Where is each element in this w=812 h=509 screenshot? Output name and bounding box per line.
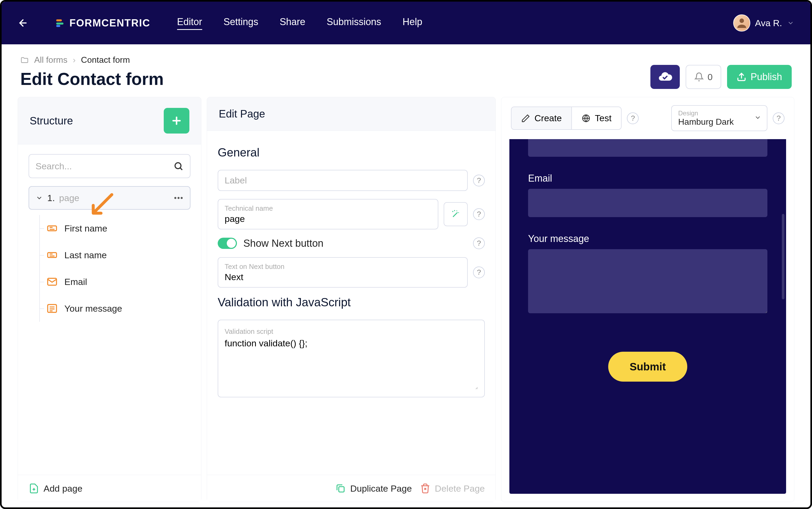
svg-rect-1 [56, 23, 64, 25]
design-value: Hamburg Dark [678, 117, 760, 127]
section-general: General [218, 146, 485, 159]
breadcrumb: All forms › Contact form [20, 55, 164, 65]
header-actions: 0 Publish [650, 65, 792, 89]
svg-rect-9 [339, 486, 344, 492]
nav-submissions[interactable]: Submissions [327, 16, 381, 30]
folder-icon [20, 56, 29, 64]
techname-input-wrapper: Technical name [218, 199, 438, 229]
label-input-wrapper [218, 170, 468, 191]
publish-button[interactable]: Publish [727, 65, 792, 89]
page-options-button[interactable]: ••• [174, 194, 183, 202]
preview-message-input[interactable] [528, 249, 767, 313]
help-icon[interactable]: ? [473, 175, 485, 186]
svg-point-3 [739, 19, 744, 23]
bell-icon [694, 72, 704, 82]
cloud-check-icon [657, 69, 673, 84]
mode-test[interactable]: Test [571, 107, 621, 129]
mode-create[interactable]: Create [511, 107, 571, 129]
field-label: Last name [64, 250, 107, 260]
delete-page-button: Delete Page [420, 483, 485, 494]
help-icon[interactable]: ? [773, 112, 784, 124]
label-input[interactable] [225, 175, 461, 185]
show-next-toggle[interactable] [218, 238, 237, 249]
preview-email-input[interactable] [528, 189, 767, 217]
test-label: Test [595, 113, 611, 123]
main-nav: Editor Settings Share Submissions Help [177, 16, 422, 30]
preview-email-label: Email [528, 173, 767, 184]
svg-rect-6 [48, 252, 57, 258]
help-icon[interactable]: ? [473, 237, 485, 249]
tree-field-email[interactable]: Email [45, 268, 191, 295]
save-status-button[interactable] [650, 65, 680, 89]
magic-wand-icon [450, 209, 461, 219]
duplicate-icon [335, 483, 346, 494]
pencil-icon [521, 114, 530, 123]
techname-label: Technical name [225, 204, 431, 212]
structure-title: Structure [30, 115, 73, 127]
back-button[interactable] [18, 18, 28, 28]
help-icon[interactable]: ? [627, 112, 639, 124]
search-input[interactable] [29, 154, 191, 178]
preview-canvas: Email Your message Submit [509, 139, 786, 494]
nav-share[interactable]: Share [280, 16, 305, 30]
page-number: 1. [47, 193, 55, 203]
notifications-button[interactable]: 0 [686, 65, 721, 89]
page-title: Edit Contact form [20, 69, 164, 89]
script-input-wrapper: Validation script [218, 320, 485, 397]
text-field-icon [45, 222, 59, 235]
techname-input[interactable] [225, 214, 431, 224]
nav-help[interactable]: Help [403, 16, 422, 30]
preview-submit-button[interactable]: Submit [608, 352, 687, 382]
duplicate-label: Duplicate Page [350, 483, 412, 494]
brand-logo[interactable]: FORMCENTRIC [55, 18, 150, 29]
tree-field-lastname[interactable]: Last name [45, 242, 191, 268]
nav-editor[interactable]: Editor [177, 16, 202, 30]
svg-point-4 [175, 163, 181, 169]
page-name: page [59, 193, 79, 203]
breadcrumb-separator: › [73, 55, 76, 65]
upload-icon [737, 72, 746, 82]
next-text-label: Text on Next button [225, 263, 461, 271]
preview-message-label: Your message [528, 233, 767, 244]
logo-icon [55, 18, 65, 28]
text-field-icon [45, 248, 59, 262]
breadcrumb-root[interactable]: All forms [34, 55, 67, 65]
design-select[interactable]: Design Hamburg Dark [671, 105, 767, 131]
delete-label: Delete Page [435, 483, 485, 494]
section-validation: Validation with JavaScript [218, 296, 485, 309]
next-text-input[interactable] [225, 272, 461, 282]
tree-field-message[interactable]: Your message [45, 295, 191, 322]
textarea-field-icon [45, 302, 59, 315]
add-page-button[interactable]: Add page [29, 483, 82, 494]
field-label: Email [64, 277, 87, 287]
top-navigation: FORMCENTRIC Editor Settings Share Submis… [2, 2, 810, 44]
search-icon [173, 161, 183, 171]
brand-name: FORMCENTRIC [69, 18, 150, 29]
avatar [733, 14, 750, 32]
delete-icon [420, 483, 431, 494]
script-label: Validation script [225, 328, 273, 335]
svg-rect-5 [48, 226, 57, 231]
chevron-down-icon [754, 114, 762, 121]
user-name: Ava R. [755, 18, 782, 28]
validation-script-input[interactable] [225, 336, 478, 389]
add-page-label: Add page [43, 483, 82, 494]
add-element-button[interactable] [164, 108, 190, 134]
notification-count: 0 [708, 72, 713, 82]
duplicate-page-button[interactable]: Duplicate Page [335, 483, 412, 494]
help-icon[interactable]: ? [473, 208, 485, 220]
preview-lastname-input[interactable] [528, 139, 767, 157]
chevron-down-icon [787, 19, 794, 27]
scrollbar[interactable] [782, 214, 784, 299]
tree-page-node[interactable]: 1. page ••• [29, 186, 191, 210]
email-field-icon [45, 275, 59, 289]
globe-icon [581, 114, 590, 123]
edit-panel: Edit Page General ? Technical name [207, 97, 496, 502]
generate-name-button[interactable] [444, 202, 468, 226]
add-page-icon [29, 483, 39, 494]
tree-field-firstname[interactable]: First name [45, 215, 191, 242]
help-icon[interactable]: ? [473, 267, 485, 278]
field-label: Your message [64, 303, 122, 314]
nav-settings[interactable]: Settings [224, 16, 258, 30]
user-menu[interactable]: Ava R. [733, 14, 794, 32]
